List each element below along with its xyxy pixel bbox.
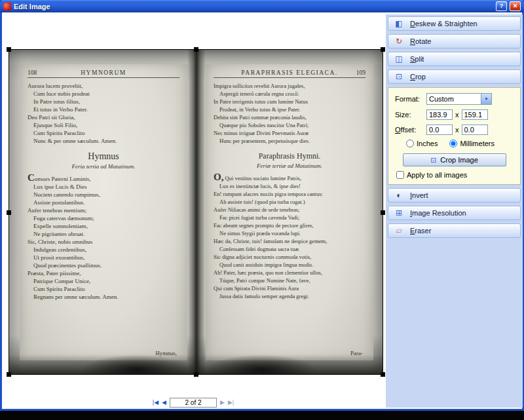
- offset-label: Offset:: [395, 126, 424, 134]
- page-number-left: 108: [28, 69, 47, 76]
- window-title: Edit Image: [14, 3, 493, 10]
- invert-icon: ◐: [394, 191, 403, 200]
- scanned-book-image[interactable]: 108 HYMNORUM Aurora lucem provehit,Cum l…: [9, 49, 383, 375]
- crop-icon: ⊡: [394, 72, 403, 81]
- page-header-right: PARAPHRASIS ELEGIACA. 109: [214, 69, 365, 76]
- inches-radio[interactable]: [406, 140, 414, 147]
- format-label: Format:: [395, 95, 424, 103]
- eraser-label: Eraser: [410, 227, 431, 235]
- book-gutter-shadow: [187, 50, 206, 374]
- offset-y-input[interactable]: [462, 124, 488, 135]
- crop-handle-middle-right[interactable]: [381, 210, 385, 215]
- header-rule: [28, 77, 179, 78]
- split-button[interactable]: ◫ Split: [388, 52, 521, 66]
- invert-label: Invert: [410, 191, 428, 199]
- page-navigation: |◀ ◀ ▶ ▶|: [2, 397, 384, 408]
- size-row: Size: x: [392, 109, 517, 120]
- section-subheading-left: Feria tertia ad Matutinum.: [28, 163, 179, 170]
- rotate-label: Rotate: [410, 37, 431, 45]
- size-times-label: x: [455, 111, 459, 119]
- section-heading-left: Hymnus: [28, 151, 179, 162]
- edit-image-dialog: Edit Image ? ✕ 108 HYMNORUM Aurora lucem…: [0, 0, 524, 411]
- crop-handle-middle-left[interactable]: [7, 210, 11, 215]
- crop-image-label: Crop Image: [440, 156, 477, 164]
- apply-to-all-label: Apply to all images: [407, 171, 467, 179]
- offset-row: Offset: x: [392, 124, 517, 135]
- hymn-stanza-2-right: O, Qui vestitus sociato lumine Patris,Lu…: [214, 173, 365, 300]
- apply-row: Apply to all images: [392, 171, 517, 179]
- tools-sidebar: ◧ Deskew & Straighten ↻ Rotate ◫ Split ⊡…: [386, 14, 523, 408]
- image-canvas: 108 HYMNORUM Aurora lucem provehit,Cum l…: [2, 12, 384, 409]
- offset-times-label: x: [455, 126, 459, 134]
- scan-shadow-blob: [81, 354, 193, 374]
- hymn-stanza-1-right: Impigra sollicitos revehit Aurora jugale…: [214, 82, 365, 145]
- previous-page-button[interactable]: ◀: [162, 398, 166, 407]
- dropdown-arrow-icon[interactable]: ▼: [481, 94, 491, 104]
- next-page-button[interactable]: ▶: [220, 398, 225, 407]
- crop-handle-top-left[interactable]: [7, 47, 11, 52]
- image-resolution-button[interactable]: ⊞ Image Resolution: [388, 206, 521, 220]
- header-rule: [214, 77, 365, 78]
- book-page-left: 108 HYMNORUM Aurora lucem provehit,Cum l…: [20, 64, 187, 360]
- eraser-icon: ▱: [394, 226, 403, 235]
- deskew-straighten-button[interactable]: ◧ Deskew & Straighten: [388, 16, 521, 31]
- deskew-icon: ◧: [394, 19, 403, 28]
- catchword-right: Para-: [350, 350, 363, 356]
- catchword-left: Hymnus,: [155, 350, 177, 356]
- crop-handle-top-middle[interactable]: [194, 47, 198, 52]
- rotate-icon: ↻: [394, 37, 403, 46]
- size-label: Size:: [395, 111, 424, 119]
- units-row: Inches Millimeters: [392, 140, 517, 147]
- split-icon: ◫: [394, 54, 403, 64]
- app-icon: [3, 3, 11, 10]
- crop-handle-bottom-right[interactable]: [381, 372, 385, 377]
- split-label: Split: [410, 55, 424, 63]
- titlebar[interactable]: Edit Image ? ✕: [0, 0, 524, 12]
- section-subheading-right: Feriæ tertiæ ad Matutinum.: [214, 162, 365, 169]
- crop-image-button[interactable]: ⊡ Crop Image: [403, 153, 506, 166]
- offset-x-input[interactable]: [426, 124, 453, 135]
- apply-to-all-option[interactable]: Apply to all images: [396, 171, 467, 179]
- format-row: Format: Custom ▼: [392, 93, 517, 105]
- inches-option[interactable]: Inches: [406, 140, 438, 147]
- format-select[interactable]: Custom ▼: [426, 93, 492, 105]
- millimeters-label: Millimeters: [460, 140, 495, 147]
- size-height-input[interactable]: [462, 109, 488, 120]
- running-title-right: PARAPHRASIS ELEGIACA.: [233, 69, 346, 76]
- crop-panel: Format: Custom ▼ Size: x Offset: x: [388, 87, 521, 185]
- running-title-left: HYMNORUM: [47, 69, 160, 76]
- first-page-button[interactable]: |◀: [153, 398, 159, 407]
- crop-handle-top-right[interactable]: [381, 47, 385, 52]
- help-button[interactable]: ?: [496, 1, 507, 11]
- crop-handle-bottom-middle[interactable]: [194, 372, 198, 377]
- last-page-button[interactable]: ▶|: [228, 398, 234, 407]
- screen: Edit Image ? ✕ 108 HYMNORUM Aurora lucem…: [0, 0, 524, 420]
- page-header-left: 108 HYMNORUM: [28, 69, 179, 76]
- rotate-button[interactable]: ↻ Rotate: [388, 34, 521, 48]
- page-number-right: 109: [346, 69, 365, 76]
- invert-button[interactable]: ◐ Invert: [388, 188, 521, 202]
- crop-image-icon: ⊡: [430, 156, 436, 164]
- book-page-right: PARAPHRASIS ELEGIACA. 109 Impigra sollic…: [206, 64, 373, 360]
- deskew-label: Deskew & Straighten: [410, 20, 477, 28]
- format-value: Custom: [427, 95, 481, 103]
- close-button[interactable]: ✕: [510, 1, 521, 11]
- image-resolution-label: Image Resolution: [410, 209, 466, 217]
- millimeters-radio[interactable]: [449, 140, 457, 147]
- scan-shadow-blob: [206, 354, 317, 374]
- apply-to-all-checkbox[interactable]: [396, 171, 404, 179]
- crop-label: Crop: [410, 73, 426, 81]
- hymn-stanza-1-left: Aurora lucem provehit,Cum luce nobis pro…: [28, 82, 179, 145]
- crop-button[interactable]: ⊡ Crop: [388, 69, 521, 84]
- eraser-button[interactable]: ▱ Eraser: [388, 223, 521, 238]
- size-width-input[interactable]: [426, 109, 453, 120]
- inches-label: Inches: [417, 140, 438, 147]
- section-heading-right: Paraphrasis Hymni.: [214, 151, 365, 161]
- hymn-stanza-2-left: Consors Paterni Luminis,Lux ipse Lucis &…: [28, 174, 179, 301]
- crop-handle-bottom-left[interactable]: [7, 372, 11, 377]
- page-indicator[interactable]: [170, 398, 217, 408]
- image-resolution-icon: ⊞: [394, 208, 403, 218]
- millimeters-option[interactable]: Millimeters: [449, 140, 495, 147]
